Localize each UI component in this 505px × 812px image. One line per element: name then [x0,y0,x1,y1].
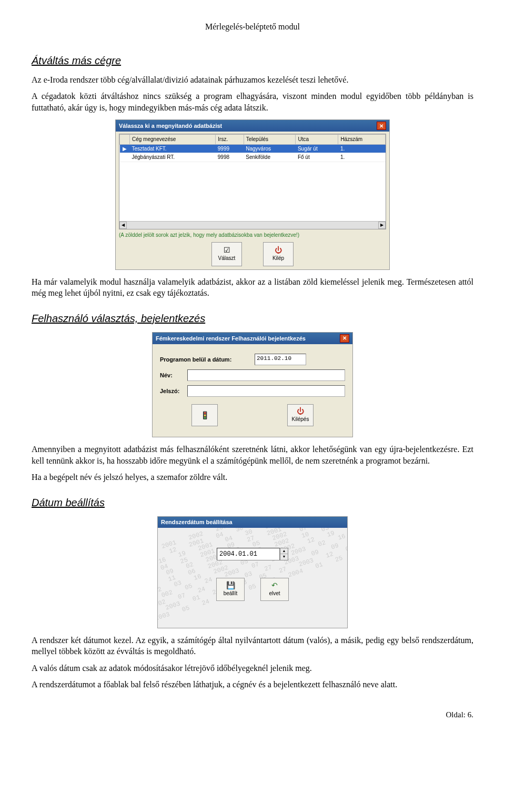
system-date-input[interactable]: 2004.01.01 [217,548,280,560]
db-selector-window: Válassza ki a megnyitandó adatbázist ✕ C… [115,119,390,270]
button-label: Kilép [272,255,284,262]
col-header[interactable]: Házszám [338,135,386,145]
window-titlebar: Fémkereskedelmi rendszer Felhasználói be… [153,333,352,344]
db-table: Cég megnevezése Irsz. Település Utca Ház… [119,134,386,162]
undo-icon: ↶ [271,582,278,589]
set-date-button[interactable]: 💾 beállít [216,578,245,601]
button-label: Kilépés [292,416,309,423]
login-window: Fémkereskedelmi rendszer Felhasználói be… [152,332,353,437]
cell: 9998 [216,153,244,162]
label-password: Jelszó: [160,387,187,395]
window-title: Rendszerdátum beállítása [161,518,233,526]
close-icon[interactable]: ✕ [377,122,386,130]
window-titlebar: Válassza ki a megnyitandó adatbázist ✕ [116,120,389,132]
power-icon: ⏻ [297,407,304,415]
cell: 1. [338,144,386,153]
select-button[interactable]: ☑ Választ [211,242,242,266]
col-header[interactable]: Cég megnevezése [130,135,216,145]
window-title: Fémkereskedelmi rendszer Felhasználói be… [156,335,306,343]
login-button[interactable]: 🚦 [191,404,218,426]
spinner-down-icon[interactable]: ▼ [280,554,288,560]
date-value: 2004.01.01 [219,550,257,558]
cell: Fő út [296,153,338,162]
power-icon: ⏻ [275,246,282,254]
cell: 1. [338,153,386,162]
discard-date-button[interactable]: ↶ elvet [260,578,289,601]
traffic-light-icon: 🚦 [200,412,209,419]
password-input[interactable] [187,385,345,397]
body-text: Ha már valamelyik modul használja valame… [32,276,473,299]
label-name: Név: [160,372,187,379]
date-window: Rendszerdátum beállítása 2000 2001 2002 … [157,516,348,628]
exit-button[interactable]: ⏻ Kilép [263,242,294,266]
cell: 9999 [216,144,244,153]
col-header[interactable]: Irsz. [216,135,244,145]
cell: Nagyváros [244,144,296,153]
label-date: Programon belül a dátum: [160,356,255,364]
body-text: Ha a begépelt név és jelszó helyes, a sz… [32,472,473,483]
scroll-left-icon[interactable]: ◀ [119,222,127,229]
body-text: Amennyiben a megnyitott adatbázist más f… [32,444,473,466]
cell: Sugár út [296,144,338,153]
body-text: Az e-Iroda rendszer több cég/alvállalat/… [32,74,473,86]
body-text: A rendszer két dátumot kezel. Az egyik, … [32,635,473,657]
cell: Senkifölde [244,153,296,162]
hint-text: (A zölddel jelölt sorok azt jelzik, hogy… [119,232,386,239]
col-marker [120,135,130,145]
name-input[interactable] [187,369,345,381]
logout-button[interactable]: ⏻ Kilépés [287,404,314,426]
col-header[interactable]: Utca [296,135,338,145]
page-footer: Oldal: 6. [32,709,473,720]
col-header[interactable]: Település [244,135,296,145]
close-icon[interactable]: ✕ [340,334,349,343]
body-text: A valós dátum csak az adatok módosításak… [32,663,473,674]
save-icon: 💾 [226,582,235,589]
button-label: beállít [224,590,238,597]
section-heading-date: Dátum beállítás [32,496,473,510]
window-title: Válassza ki a megnyitandó adatbázist [119,122,222,130]
button-label: Választ [218,255,236,262]
button-label: elvet [269,590,280,597]
db-table-container: Cég megnevezése Irsz. Település Utca Ház… [119,134,386,229]
table-row[interactable]: ▶ Tesztadat KFT. 9999 Nagyváros Sugár út… [120,144,386,153]
check-icon: ☑ [224,246,230,254]
scroll-right-icon[interactable]: ▶ [378,222,386,229]
table-row[interactable]: Jégbányászati RT. 9998 Senkifölde Fő út … [120,153,386,162]
spinner-up-icon[interactable]: ▲ [280,548,288,555]
cell: Tesztadat KFT. [130,144,216,153]
horizontal-scrollbar[interactable]: ◀ ▶ [119,221,386,229]
cell: Jégbányászati RT. [130,153,216,162]
section-heading-db: Átváltás más cégre [32,54,473,68]
section-heading-login: Felhasználó választás, bejelentkezés [32,312,473,326]
body-text: A cégadatok közti átváltáshoz nincs szük… [32,91,473,113]
window-titlebar: Rendszerdátum beállítása [158,517,347,528]
date-field[interactable]: 2011.02.10 [255,354,306,365]
row-marker-icon: ▶ [120,144,130,153]
body-text: A rendszerdátumot a főablak bal felső ré… [32,679,473,690]
page-header: Mérlegelés-beléptető modul [32,21,473,33]
date-spinner[interactable]: ▲ ▼ [280,548,288,560]
